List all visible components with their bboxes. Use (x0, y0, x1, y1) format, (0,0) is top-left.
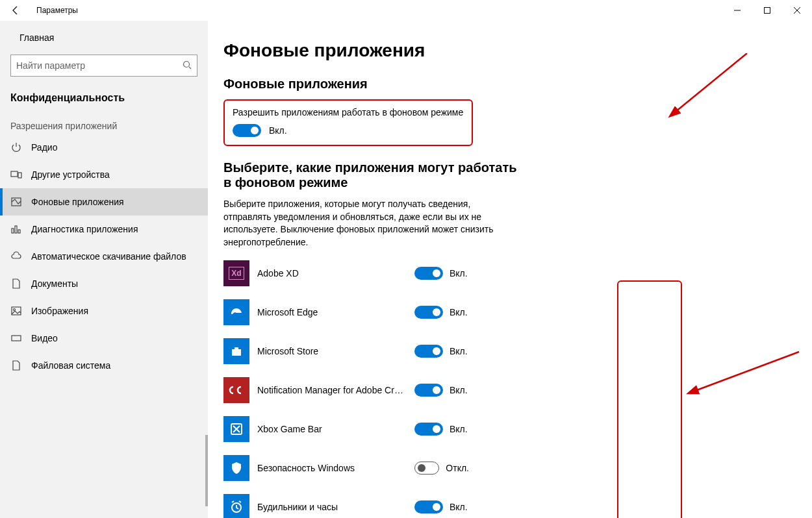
app-icon (223, 377, 249, 403)
content: Фоновые приложения Фоновые приложения Ра… (208, 21, 812, 518)
sidebar: Главная Конфиденциальность Разрешения пр… (0, 21, 208, 518)
svg-rect-10 (12, 228, 14, 233)
app-toggle[interactable] (414, 423, 443, 436)
app-row: Xbox Game BarВкл. (223, 416, 796, 442)
app-name: Microsoft Edge (257, 307, 407, 317)
app-toggle-state: Вкл. (450, 502, 468, 512)
devices-icon (10, 169, 22, 180)
sidebar-item-image[interactable]: Изображения (0, 297, 208, 325)
app-row: Безопасность WindowsОткл. (223, 455, 796, 481)
master-toggle[interactable] (233, 124, 261, 137)
app-row: Microsoft StoreВкл. (223, 338, 796, 364)
background-icon (10, 196, 22, 208)
master-toggle-block: Разрешить приложениям работать в фоновом… (223, 99, 473, 146)
svg-point-14 (14, 309, 16, 311)
svg-rect-17 (237, 351, 239, 352)
app-name: Adobe XD (257, 268, 407, 278)
master-toggle-state: Вкл. (269, 125, 287, 136)
window-title: Параметры (36, 6, 78, 15)
app-row: Notification Manager for Adobe Cre...Вкл… (223, 377, 796, 403)
app-icon: Xd (223, 260, 249, 286)
app-icon (223, 338, 249, 364)
svg-rect-7 (11, 171, 18, 177)
app-name: Безопасность Windows (257, 463, 407, 473)
search-input[interactable] (16, 60, 192, 71)
app-toggle[interactable] (414, 384, 443, 397)
page-title: Фоновые приложения (223, 40, 796, 61)
home-label: Главная (19, 32, 54, 43)
app-name: Будильники и часы (257, 502, 407, 512)
sidebar-item-label: Фоновые приложения (31, 197, 124, 207)
app-toggle[interactable] (414, 462, 439, 475)
svg-line-5 (189, 67, 191, 69)
app-icon (223, 455, 249, 481)
app-toggle-state: Вкл. (450, 307, 468, 317)
app-name: Xbox Game Bar (257, 424, 407, 434)
image-icon (10, 305, 22, 317)
sidebar-item-cloud[interactable]: Автоматическое скачивание файлов (0, 243, 208, 270)
sidebar-item-radio[interactable]: Радио (0, 134, 208, 161)
sidebar-item-label: Файловая система (31, 360, 110, 371)
section2-desc: Выберите приложения, которые могут получ… (223, 198, 509, 249)
sidebar-scrollbar[interactable] (205, 435, 208, 506)
app-name: Microsoft Store (257, 346, 407, 356)
sidebar-item-document[interactable]: Документы (0, 270, 208, 297)
app-row: Microsoft EdgeВкл. (223, 299, 796, 325)
sidebar-item-devices[interactable]: Другие устройства (0, 161, 208, 188)
window-controls (722, 0, 812, 21)
sidebar-item-video[interactable]: Видео (0, 325, 208, 352)
app-toggle[interactable] (414, 306, 443, 319)
search-icon (183, 60, 192, 71)
svg-point-4 (184, 61, 190, 67)
document-icon (10, 278, 22, 290)
svg-rect-18 (234, 353, 236, 355)
maximize-button[interactable] (752, 0, 782, 21)
section-heading-2: Выберите, какие приложения могут работат… (223, 160, 522, 190)
svg-rect-16 (234, 351, 236, 352)
sidebar-item-label: Другие устройства (31, 169, 110, 180)
sidebar-item-label: Изображения (31, 306, 88, 316)
sidebar-perm-section: Разрешения приложений (0, 110, 208, 134)
sidebar-item-label: Автоматическое скачивание файлов (31, 251, 186, 262)
app-row: Будильники и часыВкл. (223, 494, 796, 518)
app-icon (223, 494, 249, 518)
sidebar-section: Конфиденциальность (0, 86, 208, 110)
app-toggle[interactable] (414, 500, 443, 513)
svg-rect-1 (765, 8, 770, 14)
app-row: XdAdobe XDВкл. (223, 260, 796, 286)
app-toggle[interactable] (414, 267, 443, 280)
app-icon (223, 416, 249, 442)
search-input-wrap[interactable] (10, 55, 197, 77)
section-heading-1: Фоновые приложения (223, 77, 796, 92)
app-toggle-state: Вкл. (450, 268, 468, 278)
sidebar-item-label: Видео (31, 333, 58, 343)
app-toggle-state: Вкл. (450, 346, 468, 356)
sidebar-item-label: Радио (31, 142, 57, 153)
app-toggle-state: Откл. (446, 463, 469, 473)
sidebar-item-label: Документы (31, 278, 78, 289)
sidebar-item-diagnostics[interactable]: Диагностика приложения (0, 216, 208, 243)
master-toggle-label: Разрешить приложениям работать в фоновом… (233, 107, 464, 117)
svg-rect-8 (18, 173, 21, 178)
svg-rect-12 (18, 230, 20, 233)
svg-rect-13 (12, 307, 21, 315)
cloud-icon (10, 251, 22, 262)
svg-rect-9 (12, 198, 21, 206)
close-button[interactable] (782, 0, 812, 21)
minimize-button[interactable] (722, 0, 752, 21)
app-icon (223, 299, 249, 325)
app-toggle[interactable] (414, 345, 443, 358)
app-list: XdAdobe XDВкл.Microsoft EdgeВкл.Microsof… (223, 260, 796, 518)
svg-rect-15 (12, 336, 21, 341)
home-nav[interactable]: Главная (0, 26, 208, 49)
sidebar-item-background[interactable]: Фоновые приложения (0, 188, 208, 216)
radio-icon (10, 142, 22, 153)
svg-rect-19 (237, 353, 239, 355)
app-name: Notification Manager for Adobe Cre... (257, 385, 407, 395)
titlebar: Параметры (0, 0, 812, 21)
sidebar-item-filesystem[interactable]: Файловая система (0, 352, 208, 379)
filesystem-icon (10, 360, 22, 371)
app-toggle-state: Вкл. (450, 385, 468, 395)
back-button[interactable] (5, 0, 26, 21)
svg-rect-11 (15, 226, 17, 233)
